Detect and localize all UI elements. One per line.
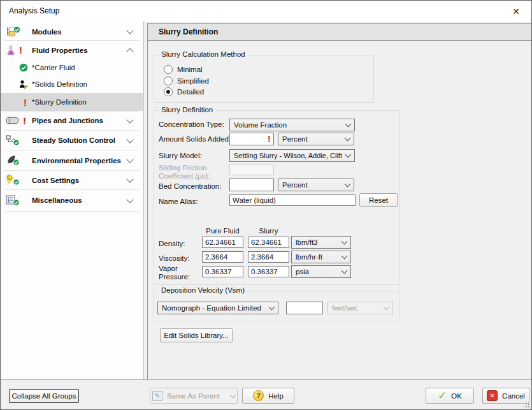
density-slurry-input[interactable] — [248, 237, 289, 248]
deposition-value-input[interactable] — [286, 302, 323, 314]
flowchart-icon — [6, 135, 20, 146]
sidebar-item-pipes-and-junctions[interactable]: ! Pipes and Junctions — [1, 112, 143, 129]
sidebar-item-slurry-definition[interactable]: ! *Slurry Definition — [1, 93, 143, 111]
deposition-method-select[interactable]: Nomograph - Equation Limited — [157, 302, 278, 314]
sidebar-item-label: Miscellaneous — [32, 196, 82, 204]
form-edit-icon: ✎ — [152, 391, 162, 401]
concentration-type-select[interactable]: Volume Fraction — [229, 119, 355, 131]
sidebar-item-label: *Slurry Definition — [32, 98, 87, 106]
help-button[interactable]: ? Help — [242, 388, 294, 404]
density-unit-select[interactable]: lbm/ft3 — [291, 236, 351, 249]
column-header-slurry: Slurry — [248, 227, 289, 235]
vapor-pressure-label: Vapor Pressure: — [159, 265, 197, 281]
amount-solids-label: Amount Solids Added: — [159, 135, 231, 143]
resize-grip[interactable] — [523, 401, 529, 407]
vapor-pressure-pure-fluid-input[interactable] — [202, 266, 243, 277]
chevron-down-icon — [126, 116, 133, 123]
bed-concentration-input[interactable] — [229, 179, 274, 191]
radio-icon[interactable] — [164, 77, 173, 85]
radio-detailed[interactable]: Detailed — [164, 87, 204, 96]
sidebar-item-steady-solution-control[interactable]: Steady Solution Control — [1, 131, 143, 150]
slurry-model-label: Slurry Model: — [159, 152, 202, 159]
group-legend: Slurry Definition — [159, 106, 215, 113]
reset-button[interactable]: Reset — [359, 193, 398, 207]
window-title: Analysis Setup — [9, 6, 59, 15]
bed-concentration-unit-select[interactable]: Percent — [278, 179, 354, 191]
chevron-down-icon — [230, 392, 236, 398]
chevron-down-icon — [126, 175, 133, 182]
close-icon[interactable]: ✕ — [506, 3, 526, 19]
group-legend: Deposition Velocity (Vsm) — [159, 286, 247, 294]
sidebar-item-label: Cost Settings — [32, 177, 79, 184]
sidebar-item-modules[interactable]: Modules — [1, 23, 143, 40]
pipe-icon — [6, 115, 20, 126]
solids-edit-icon — [18, 79, 29, 89]
chevron-down-icon — [341, 253, 348, 260]
sidebar-item-environmental-properties[interactable]: Environmental Properties — [1, 151, 143, 170]
check-circle-icon — [19, 63, 28, 72]
amount-solids-unit-select[interactable]: Percent — [278, 133, 354, 145]
edit-solids-library-button[interactable]: Edit Solids Library... — [160, 328, 233, 342]
deposition-velocity-group: Deposition Velocity (Vsm) Nomograph - Eq… — [154, 291, 399, 321]
slurry-definition-panel: Slurry Definition Slurry Calculation Met… — [147, 23, 532, 380]
help-icon: ? — [253, 390, 264, 401]
ok-check-icon: ✓ — [438, 390, 447, 401]
vapor-pressure-unit-select[interactable]: psia — [291, 265, 351, 278]
sidebar-item-cost-settings[interactable]: Cost Settings — [1, 171, 143, 189]
footer-bar: Collapse All Groups ✎ Same As Parent ? H… — [1, 380, 531, 409]
slurry-model-select[interactable]: Settling Slurry - Wilson, Addie, Clift — [229, 149, 355, 162]
sidebar-item-solids-definition[interactable]: *Solids Definition — [1, 76, 143, 92]
chevron-down-icon — [345, 152, 352, 158]
chevron-down-icon — [126, 136, 133, 143]
sidebar-item-fluid-properties[interactable]: ! Fluid Properties — [1, 41, 143, 59]
sidebar-item-label: Pipes and Junctions — [32, 117, 103, 124]
ok-button[interactable]: ✓ OK — [426, 388, 474, 404]
chevron-down-icon — [341, 268, 348, 274]
chevron-down-icon — [269, 304, 275, 311]
name-alias-input[interactable] — [229, 194, 356, 206]
viscosity-slurry-input[interactable] — [248, 251, 289, 263]
slurry-definition-group: Slurry Definition Concentration Type: Vo… — [154, 110, 399, 285]
chevron-down-icon — [126, 27, 133, 34]
sidebar-item-miscellaneous[interactable]: Miscellaneous — [1, 190, 143, 210]
viscosity-unit-select[interactable]: lbm/hr-ft — [291, 251, 351, 263]
vapor-pressure-slurry-input[interactable] — [248, 266, 289, 277]
leaf-icon — [6, 155, 20, 166]
sidebar-item-label: *Solids Definition — [32, 80, 87, 88]
concentration-type-label: Concentration Type: — [159, 121, 224, 128]
cancel-button[interactable]: ✕ Cancel — [482, 388, 529, 404]
divider — [4, 211, 140, 212]
viscosity-pure-fluid-input[interactable] — [202, 251, 243, 263]
chevron-down-icon — [384, 304, 390, 311]
sidebar-item-label: Fluid Properties — [32, 47, 88, 54]
chevron-down-icon — [126, 196, 133, 203]
same-as-parent-button: ✎ Same As Parent — [150, 388, 238, 404]
modules-icon — [6, 26, 21, 38]
list-icon — [6, 195, 20, 206]
flask-icon — [6, 45, 16, 55]
radio-minimal[interactable]: Minimal — [164, 65, 203, 74]
viscosity-label: Viscosity: — [159, 254, 189, 262]
column-header-pure-fluid: Pure Fluid — [202, 227, 243, 235]
panel-header: Slurry Definition — [148, 24, 532, 41]
radio-simplified[interactable]: Simplified — [164, 77, 209, 85]
sidebar-item-label: Environmental Properties — [32, 157, 121, 165]
error-badge-icon: ! — [19, 45, 22, 55]
error-badge-icon: ! — [23, 116, 26, 126]
radio-icon[interactable] — [164, 65, 173, 74]
cancel-x-icon: ✕ — [487, 390, 498, 401]
radio-icon[interactable] — [164, 87, 173, 96]
title-bar: Analysis Setup ✕ — [1, 1, 531, 22]
bed-concentration-label: Bed Concentration: — [159, 182, 221, 190]
density-pure-fluid-input[interactable] — [202, 237, 243, 248]
error-badge-icon: ! — [268, 134, 271, 144]
error-badge-icon: ! — [24, 98, 27, 107]
chevron-up-icon — [126, 48, 133, 55]
collapse-all-groups-button[interactable]: Collapse All Groups — [9, 389, 79, 403]
slurry-calculation-method-group: Slurry Calculation Method Minimal Simpli… — [154, 55, 374, 103]
sidebar-item-label: Steady Solution Control — [32, 136, 115, 144]
sidebar-item-label: *Carrier Fluid — [32, 64, 75, 71]
name-alias-label: Name Alias: — [159, 198, 198, 205]
chevron-down-icon — [345, 181, 351, 187]
sidebar-item-carrier-fluid[interactable]: *Carrier Fluid — [1, 59, 143, 76]
